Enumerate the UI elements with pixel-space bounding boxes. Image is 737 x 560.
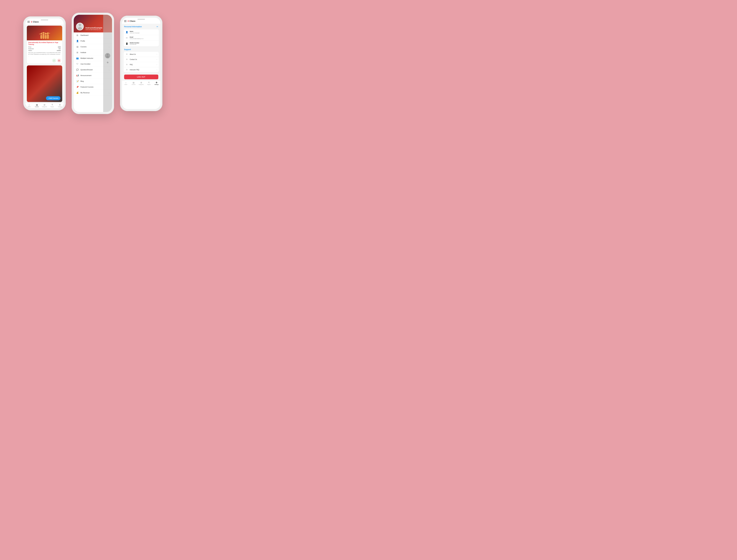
app-name-right: Class bbox=[130, 20, 135, 22]
announcement-menu-icon: 📢 bbox=[76, 74, 79, 77]
overlay-icon-1: ⚙ bbox=[107, 61, 109, 64]
personal-info-section-header: Personal Information ✏ bbox=[122, 24, 160, 29]
support-section: Support ⚙ About Us › ⚙ Contact Us › bbox=[122, 48, 160, 72]
course-featured-row: Featured Yes bbox=[28, 48, 61, 50]
nav-settings[interactable]: ⚙ Settings bbox=[56, 104, 64, 107]
courses-nav-icon: ▤ bbox=[36, 104, 38, 106]
nav-courses[interactable]: ▤ Courses bbox=[33, 104, 41, 107]
mobile-value: 9123456789 bbox=[130, 44, 139, 45]
svg-point-0 bbox=[79, 24, 81, 26]
categories-nav-icon: ⊞ bbox=[44, 104, 45, 106]
about-us-icon: ⚙ bbox=[125, 53, 128, 55]
course-description: Now earn your INTERNATIONALLY ACCREDITED… bbox=[28, 52, 61, 57]
faq-arrow: › bbox=[157, 64, 157, 65]
contact-us-icon: ⚙ bbox=[125, 58, 128, 60]
blog-menu-icon: 📝 bbox=[76, 80, 79, 82]
rnav-home-icon: ⌂ bbox=[125, 81, 126, 84]
courses-menu-label: Courses bbox=[80, 46, 107, 48]
support-faq[interactable]: ⚙ FAQ › bbox=[124, 62, 159, 67]
phone-right: ε Class Personal Information ✏ 👤 Name bbox=[120, 16, 162, 111]
yoga-figure-3 bbox=[45, 33, 47, 39]
drawer-username: InstructorExample bbox=[85, 27, 102, 29]
add-courses-card: + Add Courses bbox=[27, 65, 62, 102]
support-contact-us[interactable]: ⚙ Contact Us › bbox=[124, 57, 159, 62]
name-content: Name Instructor Example bbox=[130, 31, 140, 34]
course-delete-button[interactable]: 🗑 bbox=[57, 59, 61, 62]
featured-value: Yes bbox=[58, 48, 61, 50]
mobile-icon: 📱 bbox=[125, 42, 128, 45]
right-hamburger-icon[interactable] bbox=[124, 20, 126, 22]
center-side-overlay: ⚙ bbox=[103, 15, 112, 112]
home-nav-icon: ⌂ bbox=[29, 104, 30, 106]
hamburger-icon[interactable] bbox=[27, 21, 30, 23]
email-icon: ✉ bbox=[125, 37, 128, 39]
courses-nav-label: Courses bbox=[35, 106, 39, 107]
email-label: Email bbox=[130, 36, 143, 38]
nav-home[interactable]: ⌂ Home bbox=[25, 104, 33, 107]
rnav-payout[interactable]: ₹ Payout bbox=[145, 81, 153, 85]
nav-categories[interactable]: ⊞ Categories bbox=[41, 104, 48, 107]
yoga-figure-2 bbox=[43, 32, 44, 39]
overlay-avatar bbox=[105, 53, 110, 58]
yoga-figure-1 bbox=[40, 33, 42, 39]
home-nav-label: Home bbox=[28, 106, 31, 107]
nav-payout[interactable]: ₹ Payout bbox=[48, 104, 56, 107]
name-icon: 👤 bbox=[125, 31, 128, 33]
about-us-arrow: › bbox=[157, 53, 157, 55]
left-bottom-nav: ⌂ Home ▤ Courses ⊞ Categories ₹ Payout bbox=[25, 103, 64, 108]
course-actions: ✓ 🗑 bbox=[27, 58, 62, 64]
personal-info-edit-icon[interactable]: ✏ bbox=[157, 25, 158, 28]
status-value: Active bbox=[57, 50, 61, 51]
drawer-user-info: InstructorExample instructor@mediacity.c… bbox=[85, 27, 102, 30]
rnav-courses[interactable]: ▤ Courses bbox=[130, 81, 137, 85]
course-title: Internationally Accredited Diploma in Yo… bbox=[28, 42, 61, 45]
payout-nav-label: Payout bbox=[51, 106, 54, 107]
yoga-figure-4 bbox=[47, 32, 49, 39]
support-about-us[interactable]: ⚙ About Us › bbox=[124, 52, 159, 57]
qa-menu-label: Question/Answer bbox=[80, 69, 107, 71]
support-instructor-faq[interactable]: ⚙ Instructor FAQ › bbox=[124, 67, 159, 72]
course-status-row: Status Active bbox=[28, 50, 61, 51]
phone-left: ε Class bbox=[23, 16, 66, 110]
right-app-header: ε Class bbox=[122, 18, 160, 24]
contact-us-label: Contact Us bbox=[130, 59, 155, 60]
info-row-email: ✉ Email instructor@mediacity.co.in bbox=[124, 35, 159, 41]
course-check-button[interactable]: ✓ bbox=[52, 59, 56, 62]
yoga-course-image bbox=[27, 26, 62, 40]
mobile-content: Mobile Number 9123456789 bbox=[130, 42, 139, 45]
scene: ε Class bbox=[0, 0, 186, 127]
featured-label: Featured bbox=[28, 48, 34, 50]
add-courses-background: + Add Courses bbox=[27, 65, 62, 102]
app-logo-left: ε Class bbox=[31, 20, 39, 23]
qa-menu-icon: 💬 bbox=[76, 69, 79, 71]
rnav-courses-label: Courses bbox=[132, 84, 135, 85]
course-price-row: Price 1500 bbox=[28, 46, 61, 48]
name-value: Instructor Example bbox=[130, 32, 140, 34]
multiple-instructor-menu-label: Multiple Instructor bbox=[80, 57, 107, 59]
right-content: Personal Information ✏ 👤 Name Instructor… bbox=[122, 24, 160, 86]
info-row-mobile: 📱 Mobile Number 9123456789 bbox=[124, 41, 159, 46]
email-value: instructor@mediacity.co.in bbox=[130, 38, 143, 39]
rnav-settings[interactable]: ⚙ Settings bbox=[153, 81, 160, 85]
logout-button[interactable]: LOG OUT bbox=[124, 75, 158, 79]
rnav-categories-icon: ⊞ bbox=[140, 81, 142, 84]
user-avatar bbox=[76, 23, 84, 30]
faq-label: FAQ bbox=[130, 64, 155, 65]
rnav-courses-icon: ▤ bbox=[133, 81, 134, 84]
settings-nav-label: Settings bbox=[58, 106, 62, 107]
phone-left-screen: ε Class bbox=[25, 18, 64, 108]
rnav-categories[interactable]: ⊞ Categories bbox=[137, 81, 145, 85]
rnav-home[interactable]: ⌂ Home bbox=[122, 81, 130, 85]
mobile-label: Mobile Number bbox=[130, 42, 139, 44]
rnav-settings-label: Settings bbox=[154, 84, 159, 85]
rnav-payout-icon: ₹ bbox=[148, 81, 149, 84]
phone-center: InstructorExample instructor@mediacity.c… bbox=[72, 13, 114, 114]
categories-nav-label: Categories bbox=[42, 106, 47, 107]
logo-symbol-left: ε bbox=[31, 20, 32, 23]
rnav-categories-label: Categories bbox=[139, 84, 144, 85]
add-courses-button[interactable]: + Add Courses bbox=[46, 96, 60, 100]
price-value: 1500 bbox=[58, 46, 61, 48]
name-label: Name bbox=[130, 31, 140, 32]
courses-menu-icon: ▤ bbox=[76, 46, 79, 48]
support-title: Support bbox=[122, 48, 160, 51]
